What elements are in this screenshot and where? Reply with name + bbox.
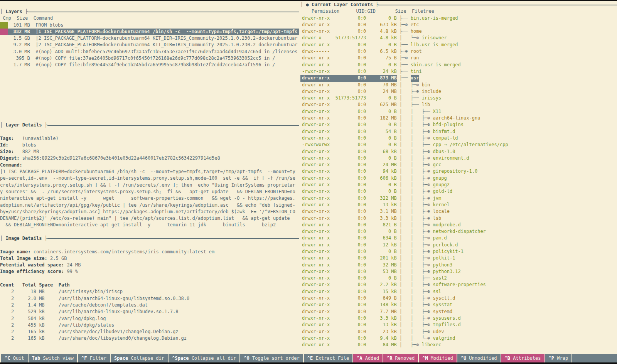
file-row[interactable]: drwxr-xr-x 0:0 0 B │ │ ├─⊕ environment.d <box>300 155 617 162</box>
file-row[interactable]: drwxr-xr-x 0:0 32 MB │ │ ├─⊕ python3 <box>300 262 617 268</box>
field-label: Total Image size: <box>0 256 50 261</box>
file-row[interactable]: drwxr-xr-x 0:0 182 MB │ │ ├─⊕ aarch64-li… <box>300 115 617 121</box>
file-row[interactable]: drwxr-xr-x 0:0 148 kB │ │ ├─⊕ sysstat <box>300 302 617 308</box>
file-row[interactable]: drwxr-xr-x 0:0 821 B │ │ ├─⊕ modprobe.d <box>300 222 617 228</box>
layer-row[interactable]: 101 MB FROM blobs <box>0 22 299 29</box>
layer-row[interactable]: 882 MB |1 ISC_PACKAGE_PLATFORM=dockerubu… <box>0 29 299 35</box>
file-attributes: drwxr-x--- 51773:51773 4.8 kB <box>300 35 397 41</box>
file-name: tmpfiles.d <box>433 322 461 328</box>
tree-branch: │ │ ├─⊕ <box>397 162 433 168</box>
statusbar-item-collapse-dir[interactable]: Space Collapse dir <box>111 354 168 362</box>
statusbar-item-filter[interactable]: ^F Filter <box>78 354 110 362</box>
file-name: root <box>411 48 422 55</box>
file-row[interactable]: drwxr-x--- 51773:51773 4.8 kB │ └─⊕ iris… <box>300 35 617 41</box>
field-label: Image name: <box>0 249 34 254</box>
file-name: bin.usr-is-merged <box>411 15 458 22</box>
tree-branch: │ │ ├─⊕ <box>397 315 433 322</box>
tree-branch: │ │ ├─⊕ <box>397 222 433 228</box>
statusbar-item-unmodified[interactable]: ^U Unmodified <box>457 354 501 362</box>
tree-branch: │ │ ├─⊕ <box>397 242 433 248</box>
wasted-space-row: 2 455 kB /var/lib/dpkg/status <box>0 322 299 329</box>
file-row[interactable]: drwxr-xr-x 0:0 68 kB │ │ ├─⊕ dbus-1.0 <box>300 148 617 155</box>
layer-row[interactable]: 1.5 GB |2 ISC_PACKAGE_PLATFORM=dockerubu… <box>0 35 299 42</box>
file-row[interactable]: drwxr-xr-x 0:0 94 kB │ │ ├─⊕ girepositor… <box>300 168 617 175</box>
statusbar-item-switch-view[interactable]: Tab Switch view <box>29 354 77 362</box>
file-row[interactable]: drwxr-xr-x 0:0 0 B ├── sbin.usr-is-merge… <box>300 62 617 68</box>
file-row[interactable]: drwxr-xr-x 0:0 3.3 kB │ │ ├─⊕ lsb <box>300 215 617 222</box>
file-row[interactable]: drwxr-xr-x 0:0 24 MB │ │ ├─⊕ gcc <box>300 162 617 168</box>
file-row[interactable]: drwxr-xr-x 0:0 625 MB │ ├── lib <box>300 101 617 108</box>
file-row[interactable]: drwxr-xr-x 0:0 0 B ├── bin.usr-is-merged <box>300 15 617 22</box>
file-row[interactable]: drwxr-xr-x 0:0 24 MB │ ├─⊕ include <box>300 88 617 95</box>
tree-branch: ├── <box>397 75 411 81</box>
file-row[interactable]: drwxr-xr-x 0:0 0 B ├── lib.usr-is-merged <box>300 42 617 48</box>
panel-border-tee: ├ <box>22 8 28 15</box>
file-name: bfd-plugins <box>433 121 464 128</box>
file-row[interactable]: drwxr-xr-x 0:0 75 B ├─⊕ run <box>300 55 617 61</box>
file-row[interactable]: drwx------ 0:0 6.5 kB ├─⊕ root <box>300 48 617 55</box>
file-row[interactable]: drwxr-xr-x 0:0 673 kB ├─⊕ etc <box>300 22 617 28</box>
file-attributes: drwxr-xr-x 0:0 84 MB <box>300 342 397 348</box>
statusbar-item-attributes[interactable]: ^B Attributes <box>501 354 545 362</box>
file-row[interactable]: drwxr-xr-x 0:0 13 kB │ │ ├─⊕ kernel <box>300 202 617 208</box>
layer-detail-field: Id: blobs <box>0 142 299 148</box>
statusbar-item-collapse-all-dir[interactable]: ^Space Collapse all dir <box>169 354 239 362</box>
file-row[interactable]: drwxr-xr-x 0:0 322 MB │ │ ├─⊕ jvm <box>300 195 617 202</box>
statusbar-item-modified[interactable]: ^M Modified <box>419 354 456 362</box>
file-row[interactable]: drwxr-xr-x 0:0 0 B │ │ ├─⊕ bfd-plugins <box>300 121 617 128</box>
layer-row[interactable]: 1.7 MB #(nop) COPY file:bfe89e44534f9ebc… <box>0 62 299 68</box>
file-row[interactable]: drwxr-xr-x 0:0 606 kB │ │ ├─⊕ gnupg <box>300 175 617 182</box>
file-attributes: drwxr-xr-x 0:0 148 kB <box>300 302 397 308</box>
file-name: compat-ld <box>433 135 458 142</box>
file-row[interactable]: drwxr-xr-x 0:0 3.1 MB │ │ ├─⊕ locale <box>300 208 617 215</box>
file-row[interactable]: drwxr-xr-x 0:0 15 kB │ │ ├─⊕ ssl <box>300 288 617 295</box>
file-row[interactable]: drwxr-xr-x 0:0 4.8 kB ├── home <box>300 28 617 35</box>
file-row[interactable]: drwxr-xr-x 0:0 0 B │ │ ├── X11 <box>300 108 617 115</box>
file-row[interactable]: drwxr-xr-x 0:0 634 B │ │ ├─⊕ pam.d <box>300 235 617 241</box>
file-row[interactable]: drwxr-xr-x 0:0 70 MB │ ├─⊕ bin <box>300 82 617 88</box>
file-row[interactable]: drwxr-xr-x 0:0 2.2 kB │ │ ├─⊕ software-p… <box>300 281 617 288</box>
file-attributes: drwxr-xr-x 0:0 182 MB <box>300 115 397 121</box>
file-row[interactable]: drwxr-xr-x 0:0 0 B │ │ ├─⊕ compat-ld <box>300 135 617 142</box>
file-row[interactable]: drwxr-xr-x 0:0 0 B │ │ ├─⊕ networkd-disp… <box>300 228 617 235</box>
file-row[interactable]: drwxr-xr-x 0:0 53 MB │ │ ├─⊕ python3.12 <box>300 268 617 275</box>
file-row[interactable]: drwxr-xr-x 0:0 201 kB │ │ ├─⊕ polkit-1 <box>300 255 617 261</box>
file-row[interactable]: drwxr-xr-x 0:0 0 B │ │ ├─⊕ gold-ld <box>300 188 617 195</box>
field-label: Size: <box>0 149 22 154</box>
spacer-line <box>0 242 299 248</box>
file-row[interactable]: drwxr-xr-x 0:0 7.7 MB │ │ ├─⊕ systemd <box>300 308 617 315</box>
file-name: include <box>422 88 442 95</box>
file-row[interactable]: drwxr-xr-x 0:0 0 B │ │ ├─⊕ policykit-1 <box>300 248 617 255</box>
file-row[interactable]: drwxr-xr-x 0:0 54 B │ │ ├─⊕ binfmt.d <box>300 128 617 135</box>
file-row[interactable]: drwxr-xr-x 0:0 649 B │ │ ├─⊕ sysctl.d <box>300 295 617 302</box>
layer-row[interactable]: 395 B #(nop) COPY file:37ae26405bd96717c… <box>0 55 299 62</box>
file-attributes: drwxr-xr-x 0:0 68 kB <box>300 148 397 155</box>
file-row[interactable]: drwxr-xr-x 0:0 873 MB ├── usr <box>300 75 617 81</box>
statusbar-key: ^A <box>357 356 362 361</box>
field-label: Digest: <box>0 155 22 161</box>
file-row[interactable]: drwxr-xr-x 0:0 13 kB │ │ ├─⊕ tmpfiles.d <box>300 322 617 328</box>
file-row[interactable]: -rwxr-xr-x 0:0 24 kB ├── tini <box>300 68 617 75</box>
file-attributes: drwxr-xr-x 0:0 23 kB <box>300 329 397 335</box>
layer-row[interactable]: 3.0 MB #(nop) ADD multi:b0febec579c46b69… <box>0 49 299 55</box>
statusbar-item-removed[interactable]: ^R Removed <box>383 354 418 362</box>
tree-branch: │ │ ├─⊕ <box>397 155 433 162</box>
file-row[interactable]: drwxr-xr-x 0:0 9.4 kB │ │ └─⊕ valgrind <box>300 335 617 342</box>
layer-row[interactable]: 9.2 MB |2 ISC_PACKAGE_PLATFORM=dockerubu… <box>0 42 299 48</box>
tree-branch: │ │ ├─⊕ <box>397 121 433 128</box>
file-row[interactable]: drwxr-xr-x 0:0 3.3 kB │ │ ├─⊕ sysusers.d <box>300 315 617 322</box>
statusbar-item-wrap[interactable]: ^P Wrap <box>545 354 572 362</box>
file-row[interactable]: drwxr-xr-x 0:0 23 kB │ │ ├─⊕ udev <box>300 329 617 335</box>
tree-branch: │ │ ├─⊕ <box>397 235 433 241</box>
file-row[interactable]: -rwxrwxrwx 0:0 0 B │ │ ├── cpp → /etc/al… <box>300 142 617 148</box>
command-line: y sources" && . /run/secrets/intersystem… <box>0 189 299 195</box>
statusbar-item-extract-file[interactable]: ^E Extract File <box>304 354 352 362</box>
statusbar-item-added[interactable]: ^A Added <box>353 354 383 362</box>
file-row[interactable]: drwxr-xr-x 0:0 84 MB │ ├─⊕ libexec <box>300 342 617 348</box>
statusbar-item-toggle-sort-order[interactable]: ^O Toggle sort order <box>240 354 303 362</box>
file-row[interactable]: drwxr-xr-x 0:0 0 B │ │ ├── sasl2 <box>300 275 617 281</box>
statusbar-item-quit[interactable]: ^C Quit <box>1 354 28 362</box>
file-row[interactable]: drwxr-xr-x 0:0 12 kB │ │ ├─⊕ pcrlock.d <box>300 242 617 248</box>
file-row[interactable]: drwxr-xr-x 51773:51773 0 B │ ├── irissys <box>300 95 617 101</box>
file-row[interactable]: drwxr-xr-x 0:0 0 B │ │ ├─⊕ gnupg2 <box>300 182 617 188</box>
